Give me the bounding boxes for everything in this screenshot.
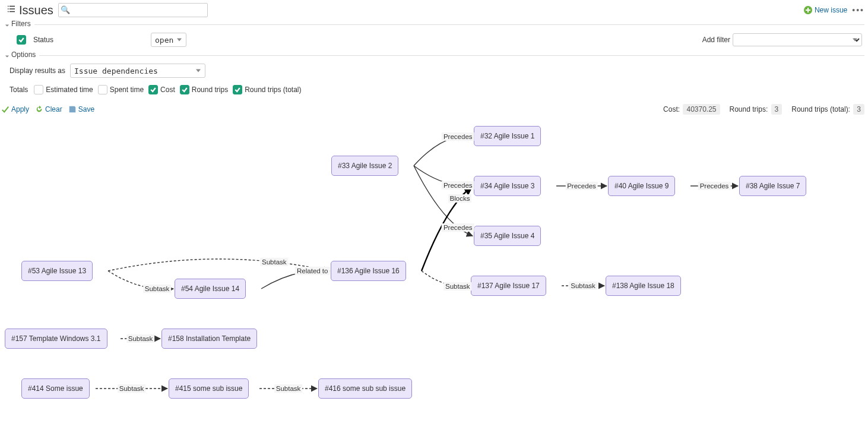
edge-label: Precedes xyxy=(442,181,474,190)
checkbox-status[interactable] xyxy=(17,35,26,45)
checkbox-spent-time[interactable] xyxy=(98,85,107,94)
display-label: Display results as xyxy=(9,67,65,75)
checkbox-cost[interactable] xyxy=(148,85,158,94)
new-issue-link[interactable]: New issue xyxy=(804,6,847,14)
page-title-text: Issues xyxy=(19,4,53,17)
total-cost: Cost: 40370.25 xyxy=(663,105,720,113)
more-actions-icon[interactable]: ••• xyxy=(852,5,864,15)
issue-node[interactable]: #35 Agile Issue 4 xyxy=(474,226,541,246)
options-legend: Options xyxy=(11,50,36,59)
edge-label: Subtask xyxy=(126,334,155,343)
filters-toggle[interactable]: Filters xyxy=(4,20,34,28)
edge-label: Subtask xyxy=(260,258,289,266)
total-round-trips-total: Round trips (total): 3 xyxy=(791,105,864,113)
search-icon: 🔍 xyxy=(61,5,70,14)
status-select[interactable]: open xyxy=(151,33,186,47)
issue-node[interactable]: #40 Agile Issue 9 xyxy=(608,176,675,196)
checkbox-estimated-time[interactable] xyxy=(34,85,43,94)
totals-item-label: Spent time xyxy=(110,86,144,94)
totals-row: Totals Estimated timeSpent timeCostRound… xyxy=(9,85,862,94)
add-filter-wrap: Add filter xyxy=(702,33,862,46)
totals-item: Round trips (total) xyxy=(233,85,301,94)
totals-item-label: Estimated time xyxy=(46,86,93,94)
options-toggle[interactable]: Options xyxy=(4,50,39,59)
clear-label: Clear xyxy=(45,105,62,113)
issue-node[interactable]: #33 Agile Issue 2 xyxy=(331,156,398,176)
chevron-down-icon xyxy=(5,21,9,26)
filters-body: Status open Add filter xyxy=(4,31,864,53)
chevron-down-icon xyxy=(5,52,9,57)
totals-item: Spent time xyxy=(98,85,144,94)
issue-node[interactable]: #38 Agile Issue 7 xyxy=(739,176,806,196)
issue-node[interactable]: #32 Agile Issue 1 xyxy=(474,126,541,146)
edge-label: Subtask xyxy=(274,384,303,393)
totals-item: Estimated time xyxy=(34,85,93,94)
add-filter-select[interactable] xyxy=(733,33,862,46)
issue-node[interactable]: #158 Installation Template xyxy=(161,329,257,349)
header-right: New issue ••• xyxy=(804,5,864,15)
graph-edges xyxy=(0,119,868,416)
actions-row: Apply Clear Save Cost: 40370.25 Round tr… xyxy=(0,100,868,113)
edge-label: Precedes xyxy=(565,182,598,190)
search-wrap: 🔍 xyxy=(58,3,208,17)
issue-node[interactable]: #136 Agile Issue 16 xyxy=(331,261,406,281)
total-round-trips: Round trips: 3 xyxy=(730,105,783,113)
cost-value: 40370.25 xyxy=(683,104,720,115)
totals-item: Cost xyxy=(148,85,175,94)
issue-node[interactable]: #137 Agile Issue 17 xyxy=(471,276,546,296)
cost-label: Cost: xyxy=(663,105,680,113)
dependency-graph: #33 Agile Issue 2#32 Agile Issue 1#34 Ag… xyxy=(0,119,868,416)
add-filter-label: Add filter xyxy=(702,36,730,44)
page-title: Issues xyxy=(6,4,53,17)
rt-label: Round trips: xyxy=(730,105,768,113)
reload-icon xyxy=(35,105,43,113)
rtt-value: 3 xyxy=(853,104,864,115)
header-bar: Issues 🔍 New issue ••• xyxy=(0,0,868,22)
save-icon xyxy=(68,105,77,113)
edge-label: Precedes xyxy=(442,132,474,141)
plus-icon xyxy=(804,6,812,14)
edge-label: Subtask xyxy=(118,384,146,393)
issue-node[interactable]: #34 Agile Issue 3 xyxy=(474,176,541,196)
edge-label: Blocks xyxy=(448,194,472,203)
display-select[interactable]: Issue dependencies xyxy=(70,64,205,78)
issue-node[interactable]: #415 some sub issue xyxy=(169,378,249,399)
check-icon xyxy=(1,105,9,113)
checkbox-round-trips[interactable] xyxy=(180,85,189,94)
totals-item-label: Round trips (total) xyxy=(245,86,301,94)
issue-node[interactable]: #54 Agile Issue 14 xyxy=(175,279,246,299)
filters-legend: Filters xyxy=(11,20,31,28)
filter-row-status: Status open Add filter xyxy=(17,33,862,47)
totals-item: Round trips xyxy=(180,85,228,94)
edge-label: Precedes xyxy=(698,182,731,190)
edge-label: Subtask xyxy=(143,285,172,293)
save-label: Save xyxy=(78,105,94,113)
search-input[interactable] xyxy=(58,3,208,17)
options-fieldset: Options Display results as Issue depende… xyxy=(4,55,864,100)
issue-node[interactable]: #414 Some issue xyxy=(21,378,90,399)
checkbox-round-trips-total-[interactable] xyxy=(233,85,242,94)
edge-label: Precedes xyxy=(442,223,474,232)
edge-label: Related to xyxy=(295,267,330,275)
rtt-label: Round trips (total): xyxy=(791,105,850,113)
apply-button[interactable]: Apply xyxy=(1,105,29,113)
totals-item-label: Round trips xyxy=(192,86,228,94)
issue-node[interactable]: #53 Agile Issue 13 xyxy=(21,261,93,281)
new-issue-label: New issue xyxy=(815,6,847,14)
totals-display: Cost: 40370.25 Round trips: 3 Round trip… xyxy=(663,105,864,113)
filters-fieldset: Filters Status open Add filter xyxy=(4,24,864,53)
options-body: Display results as Issue dependencies To… xyxy=(4,62,864,100)
status-label: Status xyxy=(33,36,144,44)
save-button[interactable]: Save xyxy=(68,105,94,113)
edge-label: Subtask xyxy=(443,282,472,291)
issues-icon xyxy=(6,4,17,17)
edge-label: Subtask xyxy=(569,282,597,290)
issue-node[interactable]: #138 Agile Issue 18 xyxy=(606,276,681,296)
clear-button[interactable]: Clear xyxy=(35,105,62,113)
issue-node[interactable]: #416 some sub sub issue xyxy=(318,378,412,399)
apply-label: Apply xyxy=(11,105,29,113)
totals-label: Totals xyxy=(9,86,28,94)
totals-item-label: Cost xyxy=(160,86,175,94)
issue-node[interactable]: #157 Template Windows 3.1 xyxy=(5,329,107,349)
rt-value: 3 xyxy=(771,104,783,115)
